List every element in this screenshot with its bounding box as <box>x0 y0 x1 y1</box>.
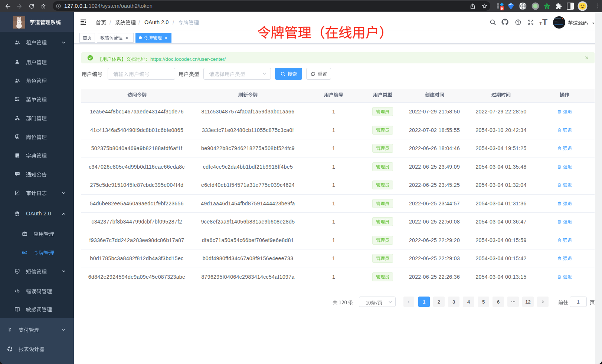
svg-text:9: 9 <box>501 7 503 10</box>
svg-text:a: a <box>24 251 26 254</box>
